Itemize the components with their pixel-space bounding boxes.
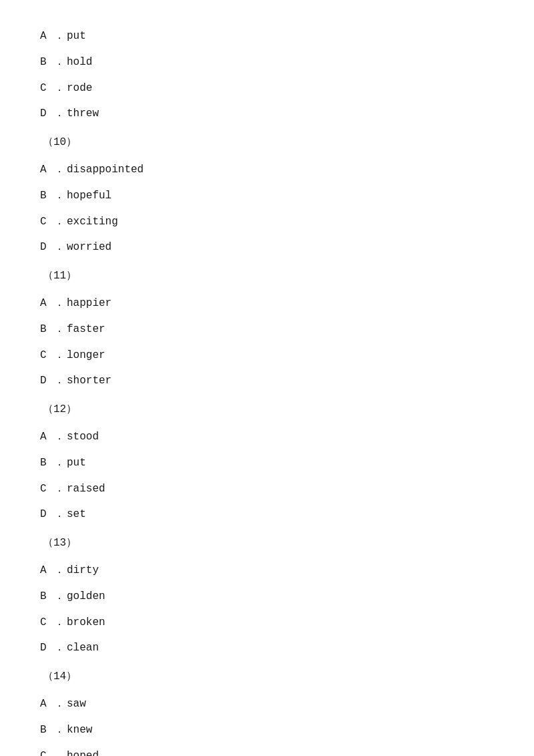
- option-label-2-1: B ．: [40, 320, 67, 339]
- option-line-4-3: D ．clean: [40, 638, 494, 658]
- option-text-0-3: threw: [67, 104, 99, 124]
- option-text-4-1: golden: [67, 587, 105, 606]
- option-label-1-1: B ．: [40, 186, 67, 206]
- option-line-3-1: B ．put: [40, 453, 494, 473]
- option-line-4-1: B ．golden: [40, 587, 494, 606]
- option-text-0-1: hold: [67, 53, 92, 72]
- option-text-5-1: knew: [67, 721, 92, 740]
- option-text-0-0: put: [67, 27, 86, 46]
- option-text-1-1: hopeful: [67, 186, 111, 206]
- option-line-4-0: A ．dirty: [40, 561, 494, 580]
- option-line-5-0: A ．saw: [40, 695, 494, 714]
- option-line-0-3: D ．threw: [40, 104, 494, 124]
- question-number-2: （11）: [40, 266, 494, 286]
- option-line-2-0: A ．happier: [40, 294, 494, 313]
- option-text-5-2: hoped: [67, 747, 99, 756]
- option-text-4-3: clean: [67, 638, 99, 658]
- option-line-1-3: D ．worried: [40, 238, 494, 257]
- option-line-5-1: B ．knew: [40, 721, 494, 740]
- option-text-3-1: put: [67, 453, 86, 473]
- option-text-4-2: broken: [67, 613, 105, 632]
- option-label-0-0: A ．: [40, 27, 67, 46]
- option-line-0-2: C ．rode: [40, 79, 494, 98]
- option-label-3-1: B ．: [40, 453, 67, 473]
- question-group-5: （14）A ．sawB ．knewC ．hopedD ．got: [40, 667, 494, 756]
- option-line-3-2: C ．raised: [40, 480, 494, 499]
- option-text-0-2: rode: [67, 79, 92, 98]
- option-line-1-0: A ．disappointed: [40, 160, 494, 180]
- option-label-1-2: C ．: [40, 212, 67, 232]
- option-label-5-0: A ．: [40, 695, 67, 714]
- option-label-4-0: A ．: [40, 561, 67, 580]
- option-label-0-1: B ．: [40, 53, 67, 72]
- option-text-4-0: dirty: [67, 561, 99, 580]
- option-text-2-0: happier: [67, 294, 111, 313]
- question-number-4: （13）: [40, 534, 494, 553]
- option-label-3-2: C ．: [40, 480, 67, 499]
- page-content: A ．putB ．holdC ．rodeD ．threw（10）A ．disap…: [0, 0, 534, 756]
- option-line-0-0: A ．put: [40, 27, 494, 46]
- option-label-4-2: C ．: [40, 613, 67, 632]
- option-line-5-2: C ．hoped: [40, 747, 494, 756]
- option-label-4-1: B ．: [40, 587, 67, 606]
- question-number-3: （12）: [40, 400, 494, 419]
- option-text-5-0: saw: [67, 695, 86, 714]
- question-group-1: （10）A ．disappointedB ．hopefulC ．exciting…: [40, 133, 494, 257]
- option-label-5-1: B ．: [40, 721, 67, 740]
- option-label-4-3: D ．: [40, 638, 67, 658]
- option-label-3-3: D ．: [40, 505, 67, 524]
- option-line-2-1: B ．faster: [40, 320, 494, 339]
- option-line-3-0: A ．stood: [40, 427, 494, 447]
- question-group-2: （11）A ．happierB ．fasterC ．longerD ．short…: [40, 266, 494, 391]
- option-label-1-0: A ．: [40, 160, 67, 180]
- option-line-1-1: B ．hopeful: [40, 186, 494, 206]
- question-group-0: A ．putB ．holdC ．rodeD ．threw: [40, 27, 494, 124]
- option-line-1-2: C ．exciting: [40, 212, 494, 232]
- option-text-1-0: disappointed: [67, 160, 144, 180]
- option-label-5-2: C ．: [40, 747, 67, 756]
- question-group-3: （12）A ．stoodB ．putC ．raisedD ．set: [40, 400, 494, 524]
- option-text-3-2: raised: [67, 480, 105, 499]
- option-line-2-3: D ．shorter: [40, 371, 494, 391]
- option-label-2-0: A ．: [40, 294, 67, 313]
- question-group-4: （13）A ．dirtyB ．goldenC ．brokenD ．clean: [40, 534, 494, 658]
- option-line-3-3: D ．set: [40, 505, 494, 524]
- option-text-1-2: exciting: [67, 212, 118, 232]
- option-line-0-1: B ．hold: [40, 53, 494, 72]
- question-number-1: （10）: [40, 133, 494, 152]
- option-label-2-3: D ．: [40, 371, 67, 391]
- option-label-0-3: D ．: [40, 104, 67, 124]
- question-number-5: （14）: [40, 667, 494, 687]
- option-text-3-3: set: [67, 505, 86, 524]
- option-text-2-2: longer: [67, 346, 105, 365]
- option-text-2-3: shorter: [67, 371, 111, 391]
- option-text-2-1: faster: [67, 320, 105, 339]
- option-line-2-2: C ．longer: [40, 346, 494, 365]
- option-label-1-3: D ．: [40, 238, 67, 257]
- option-label-0-2: C ．: [40, 79, 67, 98]
- option-label-2-2: C ．: [40, 346, 67, 365]
- option-line-4-2: C ．broken: [40, 613, 494, 632]
- option-label-3-0: A ．: [40, 427, 67, 447]
- option-text-1-3: worried: [67, 238, 111, 257]
- option-text-3-0: stood: [67, 427, 99, 447]
